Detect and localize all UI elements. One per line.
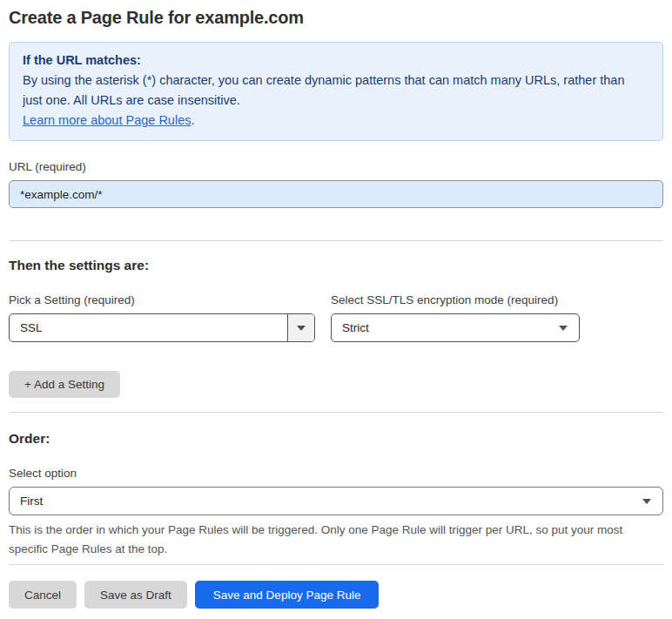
order-select-field: Select option First (9, 466, 663, 515)
create-page-rule-form: Create a Page Rule for example.com If th… (0, 0, 672, 619)
pick-setting-label: Pick a Setting (required) (9, 293, 315, 307)
order-heading: Order: (9, 430, 663, 447)
chevron-down-icon (297, 326, 306, 331)
order-select[interactable]: First (9, 487, 663, 515)
divider (9, 240, 663, 241)
ssl-mode-field: Select SSL/TLS encryption mode (required… (331, 293, 580, 342)
ssl-mode-label: Select SSL/TLS encryption mode (required… (331, 293, 580, 307)
info-box-link-line: Learn more about Page Rules. (23, 111, 649, 131)
ssl-mode-select[interactable]: Strict (331, 313, 580, 342)
pick-setting-field: Pick a Setting (required) SSL (9, 293, 315, 342)
order-select-label: Select option (9, 466, 663, 481)
pick-setting-value: SSL (10, 321, 287, 334)
settings-selects-row: Pick a Setting (required) SSL Select SSL… (9, 293, 663, 342)
settings-heading: Then the settings are: (9, 257, 663, 274)
settings-section: Then the settings are: Pick a Setting (r… (9, 257, 663, 398)
save-as-draft-button[interactable]: Save as Draft (84, 581, 187, 609)
add-setting-button[interactable]: + Add a Setting (9, 371, 120, 398)
url-match-info-box: If the URL matches: By using the asteris… (9, 42, 663, 141)
chevron-down-icon (559, 326, 568, 331)
pick-setting-select[interactable]: SSL (9, 313, 315, 342)
divider (9, 564, 663, 565)
order-section: Order: Select option First This is the o… (9, 430, 663, 558)
save-and-deploy-button[interactable]: Save and Deploy Page Rule (195, 581, 380, 609)
info-box-heading: If the URL matches: (23, 50, 649, 71)
url-label: URL (required) (9, 159, 663, 174)
chevron-down-icon (642, 499, 651, 504)
learn-more-link[interactable]: Learn more about Page Rules (23, 113, 191, 127)
url-input[interactable] (9, 180, 663, 208)
link-suffix: . (191, 113, 194, 127)
info-box-body: By using the asterisk (*) character, you… (23, 71, 632, 111)
page-title: Create a Page Rule for example.com (9, 7, 663, 29)
pick-setting-dropdown-button[interactable] (287, 314, 314, 341)
url-section: URL (required) (9, 159, 663, 208)
form-actions: Cancel Save as Draft Save and Deploy Pag… (9, 581, 663, 609)
cancel-button[interactable]: Cancel (9, 581, 77, 609)
order-help-text: This is the order in which your Page Rul… (9, 521, 663, 558)
order-select-value: First (10, 495, 642, 508)
divider (9, 412, 663, 413)
ssl-mode-value: Strict (332, 321, 559, 334)
